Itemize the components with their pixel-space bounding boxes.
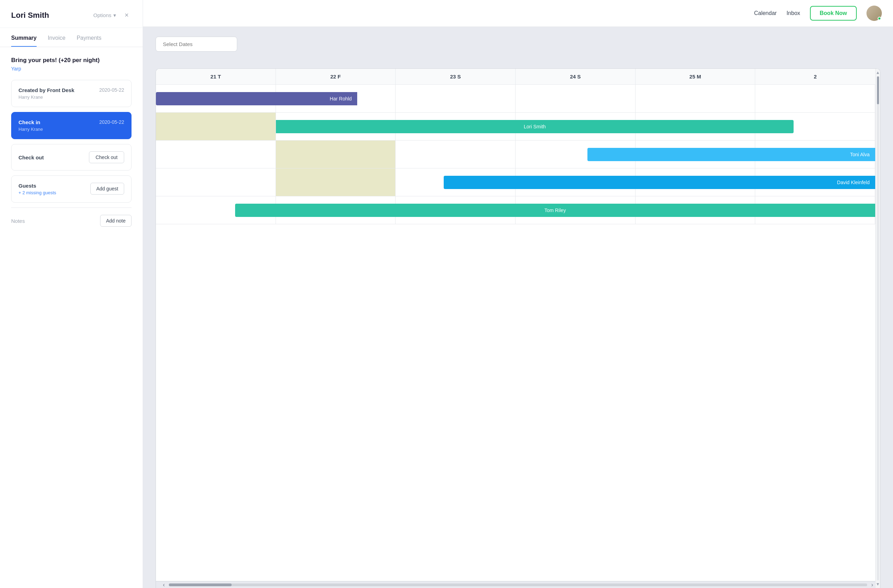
created-by-label: Created by Front Desk: [18, 87, 74, 93]
check-in-info: Check in Harry Krane: [18, 119, 43, 132]
user-avatar-wrapper[interactable]: [866, 6, 882, 21]
select-dates-input[interactable]: [156, 37, 237, 52]
check-out-card: Check out Check out: [11, 144, 131, 170]
calendar-nav-link[interactable]: Calendar: [754, 10, 777, 17]
scroll-thumb: [169, 583, 232, 586]
gantt-row-3: David Kleinfeld: [156, 168, 875, 196]
gantt-col-21: 21 T: [156, 69, 276, 84]
header-actions: Options ▾ ×: [91, 10, 131, 21]
gantt-row-2: Toni Alva: [156, 141, 875, 168]
gantt-row-0: Har Rohld: [156, 85, 875, 113]
options-label: Options: [93, 12, 112, 18]
add-guest-button[interactable]: Add guest: [90, 183, 124, 195]
gantt-bar-tom-riley[interactable]: Tom Riley: [235, 204, 875, 217]
check-in-card[interactable]: Check in Harry Krane 2020-05-22: [11, 112, 131, 139]
tab-summary[interactable]: Summary: [11, 35, 37, 47]
gantt-bar-david-kleinfeld[interactable]: David Kleinfeld: [444, 176, 875, 189]
close-button[interactable]: ×: [122, 10, 131, 21]
gantt-col-next: 2: [755, 69, 875, 84]
left-panel-content: Bring your pets! (+20 per night) Yarp Cr…: [0, 47, 143, 588]
check-in-label: Check in: [18, 119, 43, 125]
gantt-cell-0-3: [516, 85, 636, 112]
check-in-header: Check in Harry Krane 2020-05-22: [18, 119, 124, 132]
gantt-bar-har-rohld[interactable]: Har Rohld: [156, 92, 357, 105]
check-out-label: Check out: [18, 155, 44, 161]
gantt-cell-2-2: [395, 141, 516, 168]
right-panel: Calendar Inbox Book Now ⚙ Settings ▾: [143, 0, 893, 588]
add-note-button[interactable]: Add note: [100, 215, 131, 227]
created-by-info: Created by Front Desk Harry Krane: [18, 87, 74, 100]
guests-label: Guests: [18, 183, 56, 189]
notes-card: Notes Add note: [11, 208, 131, 227]
notes-label: Notes: [11, 218, 25, 224]
created-by-card: Created by Front Desk Harry Krane 2020-0…: [11, 80, 131, 107]
booking-subtitle: Yarp: [11, 66, 131, 72]
gantt-header-row: 21 T 22 F 23 S 24 S 25 M 2: [156, 69, 880, 85]
gantt-cell-2-0: [156, 141, 276, 168]
horizontal-scrollbar: ‹ ›: [156, 581, 880, 588]
created-by-date: 2020-05-22: [99, 87, 124, 93]
gantt-cell-3-0: [156, 168, 276, 196]
scroll-up-button[interactable]: ▲: [876, 70, 880, 75]
gantt-cell-3-1: [276, 168, 396, 196]
gantt-row-4: Tom Riley: [156, 196, 875, 224]
gantt-bar-toni-alva[interactable]: Toni Alva: [588, 148, 875, 161]
check-in-agent: Harry Krane: [18, 126, 43, 132]
scroll-down-button[interactable]: ▼: [876, 582, 880, 586]
tab-payments[interactable]: Payments: [77, 35, 102, 47]
chevron-down-icon: ▾: [113, 12, 116, 18]
gantt-col-22: 22 F: [276, 69, 396, 84]
gantt-chart: ▲ ▼ 21 T 22 F 23 S 24 S 25 M 2: [156, 68, 881, 588]
guests-missing: + 2 missing guests: [18, 190, 56, 195]
created-by-agent: Harry Krane: [18, 95, 74, 100]
inbox-nav-link[interactable]: Inbox: [786, 10, 800, 17]
gantt-cell-0-5: [755, 85, 875, 112]
scroll-track: [169, 583, 867, 586]
gantt-bar-lori-smith[interactable]: Lori Smith: [276, 120, 794, 133]
gantt-body: Har Rohld Lori Smith: [156, 85, 880, 581]
book-now-button[interactable]: Book Now: [810, 6, 857, 21]
guests-info: Guests + 2 missing guests: [18, 183, 56, 195]
created-by-header: Created by Front Desk Harry Krane 2020-0…: [18, 87, 124, 100]
scroll-right-button[interactable]: ›: [871, 582, 873, 588]
check-out-button[interactable]: Check out: [89, 151, 124, 163]
gantt-col-25: 25 M: [636, 69, 756, 84]
top-nav: Calendar Inbox Book Now: [143, 0, 893, 27]
calendar-area: ⚙ Settings ▾ ▲ ▼ 21 T 22 F 23 S 24: [143, 27, 893, 588]
guests-card: Guests + 2 missing guests Add guest: [11, 175, 131, 203]
gantt-cell-0-4: [636, 85, 756, 112]
tab-invoice[interactable]: Invoice: [48, 35, 66, 47]
guest-name: Lori Smith: [11, 11, 49, 20]
check-in-date: 2020-05-22: [99, 119, 124, 125]
tabs-bar: Summary Invoice Payments: [0, 28, 143, 47]
booking-title: Bring your pets! (+20 per night): [11, 57, 131, 64]
gantt-cell-2-1: [276, 141, 396, 168]
left-panel-header: Lori Smith Options ▾ ×: [0, 0, 143, 28]
gantt-col-24: 24 S: [516, 69, 636, 84]
gantt-col-23: 23 S: [395, 69, 516, 84]
options-button[interactable]: Options ▾: [91, 11, 119, 20]
gantt-row-1: Lori Smith: [156, 113, 875, 141]
gantt-cell-1-0: [156, 113, 276, 140]
left-panel: Lori Smith Options ▾ × Summary Invoice P…: [0, 0, 143, 588]
gantt-cell-0-2: [395, 85, 516, 112]
avatar-online-dot: [878, 17, 881, 20]
scroll-left-button[interactable]: ‹: [163, 582, 165, 588]
calendar-toolbar: ⚙ Settings ▾: [156, 37, 881, 52]
